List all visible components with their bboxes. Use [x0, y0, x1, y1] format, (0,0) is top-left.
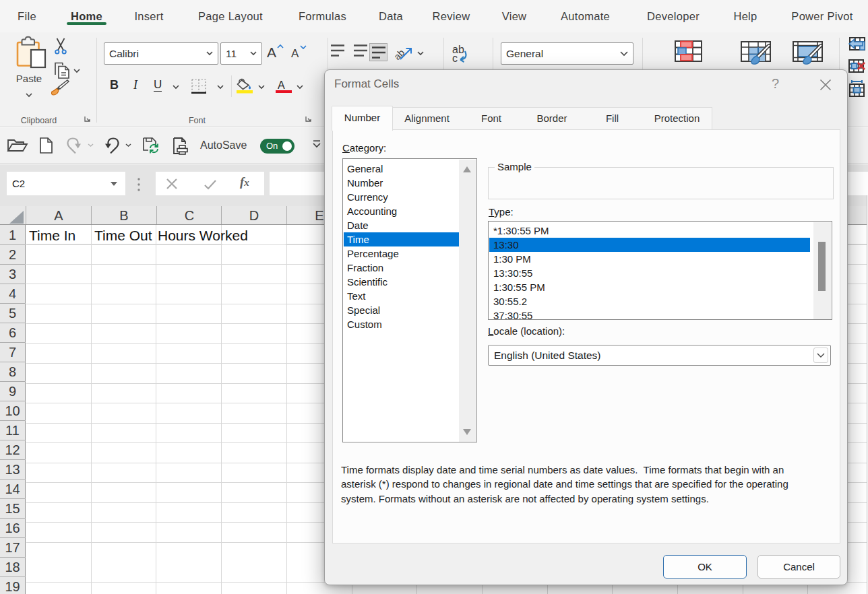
svg-text:c: c — [452, 53, 458, 64]
